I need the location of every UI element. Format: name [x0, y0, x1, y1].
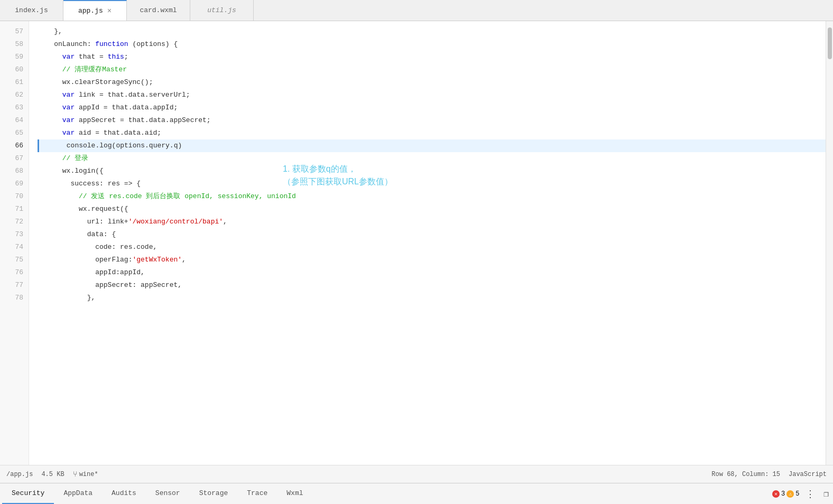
line-num-71: 71: [0, 203, 29, 216]
code-line-69: success: res => {: [38, 178, 826, 190]
error-badge: ✕ 3 ⚠ 5: [772, 490, 799, 498]
code-line-73: data: {: [38, 228, 826, 241]
tab-label: app.js: [78, 7, 103, 15]
scrollbar[interactable]: [826, 21, 833, 465]
bottom-tab-sensor[interactable]: Sensor: [146, 483, 190, 504]
code-line-57: },: [38, 25, 826, 38]
code-line-70: // 发送 res.code 到后台换取 openId, sessionKey,…: [38, 190, 826, 203]
tab-bar: index.js app.js × card.wxml util.js: [0, 0, 833, 21]
warning-count: 5: [795, 490, 799, 498]
line-num-61: 61: [0, 76, 29, 89]
line-num-75: 75: [0, 254, 29, 266]
line-num-73: 73: [0, 228, 29, 241]
bottom-tab-appdata[interactable]: AppData: [54, 483, 102, 504]
tab-util-js[interactable]: util.js: [190, 0, 254, 21]
file-size: 4.5 KB: [41, 471, 64, 478]
bottom-tab-label: Wxml: [286, 489, 303, 497]
branch-info: ⑂ wine*: [73, 470, 98, 479]
tab-app-js[interactable]: app.js ×: [63, 0, 127, 21]
bottom-tab-right: ✕ 3 ⚠ 5 ⋮ ❐: [772, 488, 831, 500]
line-num-66: 66: [0, 139, 29, 152]
branch-name: wine*: [79, 471, 98, 478]
cursor-position: Row 68, Column: 15: [711, 471, 780, 478]
bottom-tab-label: Storage: [199, 489, 228, 497]
code-line-60: // 清理缓存Master: [38, 63, 826, 76]
error-dot-red: ✕: [772, 490, 780, 498]
line-num-70: 70: [0, 190, 29, 203]
tab-label: index.js: [15, 6, 48, 14]
line-num-68: 68: [0, 165, 29, 178]
code-line-76: appId:appId,: [38, 266, 826, 279]
status-bar: /app.js 4.5 KB ⑂ wine* Row 68, Column: 1…: [0, 465, 833, 483]
code-line-74: code: res.code,: [38, 241, 826, 254]
line-numbers: 57 58 59 60 61 62 63 64 65 66 67 68 69 7…: [0, 21, 29, 465]
bottom-tab-label: AppData: [63, 489, 92, 497]
bottom-tab-bar: Security AppData Audits Sensor Storage T…: [0, 483, 833, 504]
code-line-75: operFlag:'getWxToken',: [38, 254, 826, 266]
code-content[interactable]: }, onLaunch: function (options) { var th…: [29, 21, 826, 465]
code-line-58: onLaunch: function (options) {: [38, 38, 826, 51]
code-line-64: var appSecret = that.data.appSecret;: [38, 114, 826, 127]
bottom-tab-security[interactable]: Security: [2, 483, 54, 504]
editor-area: 57 58 59 60 61 62 63 64 65 66 67 68 69 7…: [0, 21, 833, 465]
line-num-74: 74: [0, 241, 29, 254]
bottom-tab-label: Audits: [112, 489, 136, 497]
bottom-tab-label: Security: [12, 489, 44, 497]
branch-icon: ⑂: [73, 470, 77, 479]
tab-label: card.wxml: [140, 6, 177, 14]
tab-label: util.js: [207, 6, 236, 14]
line-num-77: 77: [0, 279, 29, 292]
error-dot-yellow: ⚠: [786, 490, 794, 498]
bottom-tab-trace[interactable]: Trace: [237, 483, 277, 504]
line-num-59: 59: [0, 51, 29, 63]
language-badge: JavaScript: [789, 471, 827, 478]
line-num-65: 65: [0, 127, 29, 139]
bottom-tab-label: Trace: [247, 489, 267, 497]
code-line-59: var that = this;: [38, 51, 826, 63]
line-num-63: 63: [0, 101, 29, 114]
scrollbar-thumb[interactable]: [828, 27, 832, 59]
code-line-71: wx.request({: [38, 203, 826, 216]
line-num-64: 64: [0, 114, 29, 127]
code-line-78: },: [38, 292, 826, 304]
bottom-tab-wxml[interactable]: Wxml: [277, 483, 312, 504]
code-line-65: var aid = that.data.aid;: [38, 127, 826, 139]
bottom-tab-label: Sensor: [155, 489, 180, 497]
code-line-77: appSecret: appSecret,: [38, 279, 826, 292]
line-num-72: 72: [0, 216, 29, 228]
line-num-78: 78: [0, 292, 29, 304]
file-path: /app.js: [6, 471, 33, 478]
bottom-tab-storage[interactable]: Storage: [190, 483, 238, 504]
line-num-67: 67: [0, 152, 29, 165]
line-num-76: 76: [0, 266, 29, 279]
error-count: 3: [781, 490, 785, 498]
line-num-69: 69: [0, 178, 29, 190]
stack-button[interactable]: ❐: [821, 489, 831, 499]
tab-close-button[interactable]: ×: [107, 7, 112, 15]
line-num-60: 60: [0, 63, 29, 76]
code-line-66: console.log(options.query.q): [38, 139, 826, 152]
tab-card-wxml[interactable]: card.wxml: [127, 0, 190, 21]
bottom-tab-audits[interactable]: Audits: [102, 483, 146, 504]
code-line-62: var link = that.data.serverUrl;: [38, 89, 826, 101]
code-line-72: url: link+'/woxiang/control/bapi',: [38, 216, 826, 228]
more-button[interactable]: ⋮: [803, 488, 817, 500]
line-num-58: 58: [0, 38, 29, 51]
code-line-67: // 登录: [38, 152, 826, 165]
line-num-57: 57: [0, 25, 29, 38]
tab-index-js[interactable]: index.js: [0, 0, 63, 21]
code-line-61: wx.clearStorageSync();: [38, 76, 826, 89]
code-line-63: var appId = that.data.appId;: [38, 101, 826, 114]
code-line-68: wx.login({: [38, 165, 826, 178]
line-num-62: 62: [0, 89, 29, 101]
